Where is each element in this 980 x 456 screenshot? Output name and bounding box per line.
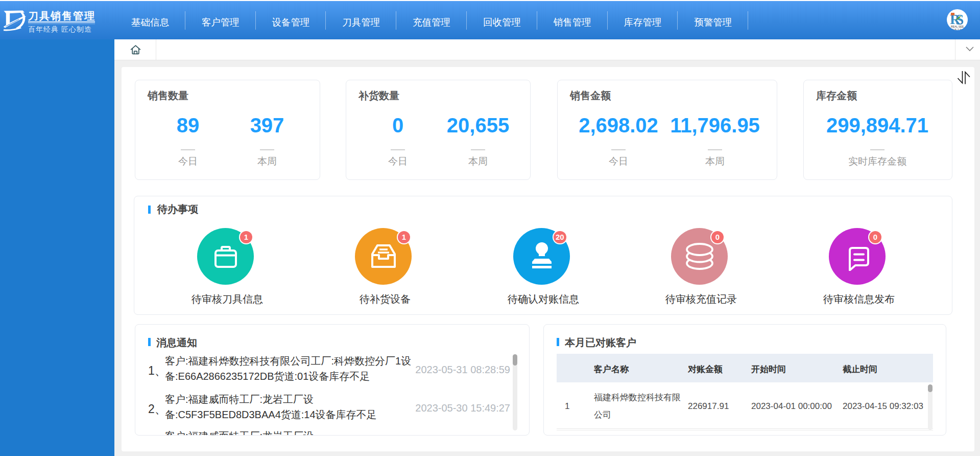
svg-text:创 视 节 能: 创 视 节 能 bbox=[951, 28, 962, 31]
